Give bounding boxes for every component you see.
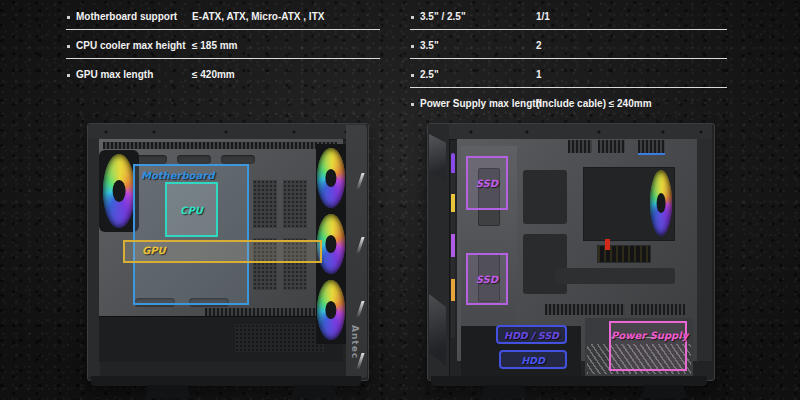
bullet-icon <box>411 45 414 48</box>
spec-value: 1/1 <box>536 6 550 28</box>
hdd-overlay: HDD <box>499 350 567 369</box>
gpu-overlay: GPU <box>123 240 322 263</box>
top-grille <box>568 140 592 153</box>
hdd-ssd-label: HDD / SSD <box>498 329 565 340</box>
rear-rgb-fan-visible <box>650 170 672 236</box>
motherboard-label: Motherboard <box>141 170 214 181</box>
bullet-icon <box>67 74 70 77</box>
spec-row-cpu-cooler: CPU cooler max height ≤ 185 mm <box>66 35 380 57</box>
panel-highlight <box>356 237 364 253</box>
top-grille <box>598 140 625 153</box>
case-base <box>431 376 707 386</box>
rear-frame <box>697 139 712 361</box>
top-vent <box>103 142 337 149</box>
tray-vent <box>253 180 277 228</box>
spec-value: E-ATX, ATX, Micro-ATX , ITX <box>192 6 324 28</box>
hdd-label: HDD <box>501 354 565 365</box>
spec-value: 1 <box>536 64 542 86</box>
spec-label: Motherboard support <box>76 6 177 28</box>
spec-label: 3.5" / 2.5" <box>420 6 466 28</box>
bullet-icon <box>411 74 414 77</box>
fan-hub <box>325 169 336 187</box>
power-supply-label: Power Supply <box>611 330 685 341</box>
red-connector <box>605 239 610 250</box>
ssd-top-overlay: SSD <box>466 156 508 210</box>
tray-vent <box>283 180 307 228</box>
spec-table-left: Motherboard support E-ATX, ATX, Micro-AT… <box>66 6 380 96</box>
bullet-icon <box>411 16 414 19</box>
bullet-icon <box>411 103 414 106</box>
front-rgb-fan-1 <box>317 148 345 208</box>
divider <box>410 87 727 88</box>
rear-rgb-fan <box>103 154 135 228</box>
panel-highlight <box>356 301 364 317</box>
cpu-label: CPU <box>167 204 216 215</box>
front-panel: Antec <box>346 125 367 378</box>
cpu-overlay: CPU <box>165 182 218 237</box>
divider <box>66 58 380 59</box>
divider <box>410 29 727 30</box>
spec-row-psu-length: Power Supply max length (Include cable) … <box>410 93 727 115</box>
right-case-render: SSD SSD HDD / SSD HDD Power Supply <box>425 118 717 399</box>
fan-hub <box>325 235 336 253</box>
spec-row-gpu-length: GPU max length ≤ 420mm <box>66 64 380 86</box>
case-foot <box>291 385 337 398</box>
bullet-icon <box>67 16 70 19</box>
spec-value: 2 <box>536 35 542 57</box>
power-supply-overlay: Power Supply <box>609 321 687 371</box>
spec-value: ≤ 185 mm <box>192 35 238 57</box>
spec-label: Power Supply max length <box>420 93 542 115</box>
case-top-frame <box>449 124 712 140</box>
gpu-label: GPU <box>142 245 166 256</box>
cable-grommet <box>221 155 255 164</box>
panel-bevel-highlight <box>429 294 446 366</box>
spec-sheet: Motherboard support E-ATX, ATX, Micro-AT… <box>0 0 800 400</box>
divider <box>66 29 380 30</box>
spec-table-right: 3.5" / 2.5" 1/1 3.5" 2 2.5" 1 Power Supp… <box>410 6 727 118</box>
floor-vent <box>631 304 685 315</box>
fan-hub <box>113 180 126 202</box>
fan-hub <box>657 193 666 213</box>
spec-value: ≤ 420mm <box>192 64 235 86</box>
io-grille <box>638 140 665 155</box>
case-foot <box>145 385 191 398</box>
divider <box>410 58 727 59</box>
cpu-cutout <box>583 167 675 241</box>
left-case-render: Antec Motherboard CPU GPU <box>85 118 377 399</box>
shroud-perforation <box>235 324 325 352</box>
floor-vent <box>545 304 625 315</box>
case-foot <box>641 385 687 398</box>
cable-cutout <box>523 234 567 294</box>
case-base <box>91 376 361 386</box>
panel-highlight <box>356 173 364 189</box>
cable-grommet <box>177 155 211 164</box>
cable-cutout <box>523 170 567 224</box>
spec-row-25-bays: 2.5" 1 <box>410 64 727 86</box>
spec-label: 2.5" <box>420 64 439 86</box>
spec-row-drive-combo: 3.5" / 2.5" 1/1 <box>410 6 727 28</box>
cable-channel <box>555 268 675 284</box>
front-fan-glow-strip <box>451 153 455 338</box>
front-panel-edge <box>428 124 450 378</box>
ssd-bottom-overlay: SSD <box>466 253 508 305</box>
fan-hub <box>325 301 336 319</box>
bullet-icon <box>67 45 70 48</box>
panel-bevel-highlight <box>429 134 446 182</box>
spec-row-35-bays: 3.5" 2 <box>410 35 727 57</box>
ssd-top-label: SSD <box>468 178 506 189</box>
spec-value: (Include cable) ≤ 240mm <box>536 93 652 115</box>
spec-row-motherboard: Motherboard support E-ATX, ATX, Micro-AT… <box>66 6 380 28</box>
spec-label: 3.5" <box>420 35 439 57</box>
front-rgb-fan-3 <box>317 280 345 340</box>
ssd-bottom-label: SSD <box>468 274 506 285</box>
case-top-frame <box>88 124 366 140</box>
spec-label: GPU max length <box>76 64 153 86</box>
antec-logo: Antec <box>350 325 360 359</box>
case-foot <box>481 385 527 398</box>
spec-label: CPU cooler max height <box>76 35 185 57</box>
hdd-ssd-overlay: HDD / SSD <box>496 325 567 344</box>
